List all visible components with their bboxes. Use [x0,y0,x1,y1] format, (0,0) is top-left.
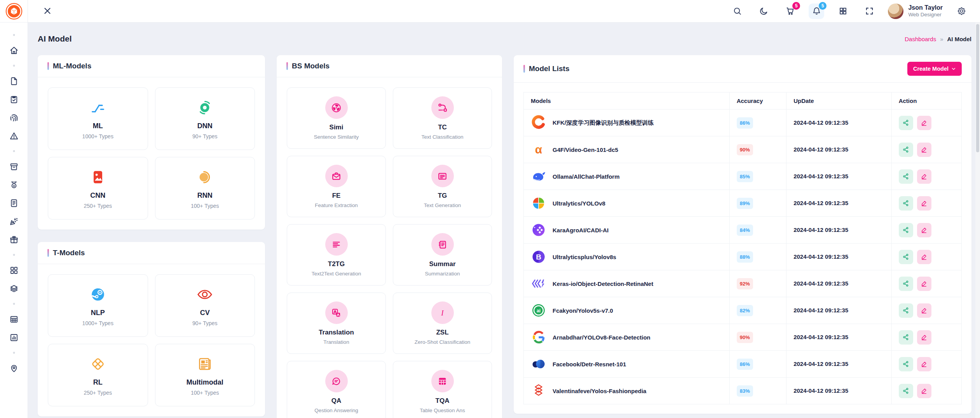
edit-pencil-button[interactable] [917,143,931,157]
sidebar-item-grid-icon[interactable] [9,265,19,275]
sidebar-item-table-icon[interactable] [9,314,19,324]
multimodal-news-icon [195,355,214,373]
sidebar-item-chart-icon[interactable] [9,332,19,343]
card-subtitle: Feature Extraction [315,202,357,208]
search-icon[interactable] [729,3,745,19]
card-title: NLP [91,309,105,317]
share-nodes-button[interactable] [899,223,913,237]
sidebar-item-clipboard-icon[interactable] [9,94,19,104]
close-icon[interactable] [43,6,53,16]
share-nodes-button[interactable] [899,250,913,264]
table-row: Facebook/Detr-Resnet-10186%2024-04-12 09… [524,351,962,378]
sidebar-item-fingerprint-icon[interactable] [9,112,19,123]
sidebar-item-gift-icon[interactable] [9,234,19,245]
model-card-multimodal[interactable]: Multimodal100+ Types [155,344,255,406]
edit-pencil-button[interactable] [917,169,931,184]
apps-grid-icon[interactable] [835,3,851,19]
bs-card-tqa[interactable]: TQATable Question Ans [393,361,492,418]
model-card-rl[interactable]: RL250+ Types [48,344,148,406]
top-header: 55 Json Taylor Web Designer [28,0,980,23]
bs-card-fe[interactable]: FEFeature Extraction [287,156,386,217]
rnn-moon-icon [195,168,214,186]
model-card-dnn[interactable]: DNN90+ Types [155,87,255,150]
sidebar-item-alert-icon[interactable] [9,131,19,141]
cnn-image-icon [89,168,107,186]
brand-logo[interactable] [0,0,28,23]
chat-icon [325,370,348,392]
moon-icon[interactable] [756,3,771,19]
share-nodes-button[interactable] [899,330,913,345]
edit-pencil-button[interactable] [917,330,931,345]
gear-icon[interactable] [954,3,969,19]
bs-models-panel: BS Models SimiSentence SimilarityTCText … [277,55,502,418]
fullscreen-icon[interactable] [861,3,877,19]
share-nodes-button[interactable] [899,196,913,211]
bs-card-tg[interactable]: TGText Generation [393,156,492,217]
column-header-action: Action [891,92,961,110]
edit-pencil-button[interactable] [917,357,931,371]
share-nodes-button[interactable] [899,277,913,291]
edit-pencil-button[interactable] [917,303,931,318]
model-card-rnn[interactable]: RNN100+ Types [155,157,255,219]
accuracy-badge: 86% [737,359,753,370]
cart-icon[interactable]: 5 [782,3,798,19]
card-title: Translation [319,329,354,336]
sidebar-item-archive-icon[interactable] [9,161,19,172]
sidebar-item-layers-icon[interactable] [9,283,19,294]
sidebar-item-file-icon[interactable] [9,76,19,86]
share-nodes-button[interactable] [899,357,913,371]
sidebar-item-party-icon[interactable] [9,216,19,226]
model-card-cnn[interactable]: CNN250+ Types [48,157,148,219]
edit-pencil-button[interactable] [917,250,931,264]
bs-card-qa[interactable]: QAQestion Answering [287,361,386,418]
svg-text:I: I [441,308,444,317]
karaagro-logo [531,222,546,238]
g4f-logo: α [531,142,546,157]
edit-pencil-button[interactable] [917,116,931,130]
edit-pencil-button[interactable] [917,223,931,237]
bs-card-summar[interactable]: SummarSummarization [393,224,492,286]
model-name: Ultralyticsplus/Yolov8s [553,254,616,260]
column-header-models: Models [524,92,730,110]
share-nodes-button[interactable] [899,303,913,318]
sidebar-item-medal-icon[interactable] [9,179,19,190]
page-scrollbar[interactable] [975,23,980,418]
edit-pencil-button[interactable] [917,384,931,398]
bs-card-tc[interactable]: TCText Classification [393,87,492,149]
update-timestamp: 2024-04-12 09:12:35 [793,200,848,206]
bell-icon[interactable]: 5 [809,3,824,19]
user-profile[interactable]: Json Taylor Web Designer [888,3,943,19]
sidebar-item-home-icon[interactable] [9,45,19,56]
sidebar-item-document-icon[interactable] [9,198,19,208]
model-card-cv[interactable]: CV90+ Types [155,274,255,337]
bs-card-translation[interactable]: TranslationTranslation [287,293,386,354]
card-subtitle: Sentence Similarity [314,134,359,140]
edit-pencil-button[interactable] [917,277,931,291]
model-card-nlp[interactable]: NLP1000+ Types [48,274,148,337]
avatar [888,3,903,19]
share-nodes-button[interactable] [899,169,913,184]
ultralyticsplus-logo: B [531,249,546,265]
table-row: Ultralytics/YOLOv889%2024-04-12 09:12:35 [524,190,962,217]
scrollbar-thumb[interactable] [976,24,979,152]
app-root: 55 Json Taylor Web Designer AI Model Das… [0,0,980,418]
cv-eye-icon [195,285,214,304]
bs-card-simi[interactable]: SimiSentence Similarity [287,87,386,149]
sidebar-item-pin-icon[interactable] [9,363,19,373]
breadcrumb-dashboards-link[interactable]: Dashboards [905,36,936,42]
edit-pencil-button[interactable] [917,196,931,211]
bs-models-title: BS Models [292,62,330,70]
bs-card-zsl[interactable]: IZSLZero-Shot Classification [393,293,492,354]
model-name: Keras-io/Object-Detection-RetinaNet [553,280,653,287]
fcakyon-logo: ai [531,303,546,318]
create-model-button[interactable]: Create Model [907,62,962,76]
table-row: Keras-io/Object-Detection-RetinaNet92%20… [524,270,962,297]
share-nodes-button[interactable] [899,384,913,398]
share-nodes-button[interactable] [899,143,913,157]
bs-card-t2tg[interactable]: T2TGText2Text Generation [287,224,386,286]
sidebar-separator-dot [9,253,19,257]
model-lists-title: Model Lists [529,64,570,73]
share-nodes-button[interactable] [899,116,913,130]
model-card-ml[interactable]: ML1000+ Types [48,87,148,150]
sidebar-separator-dot [9,301,19,306]
